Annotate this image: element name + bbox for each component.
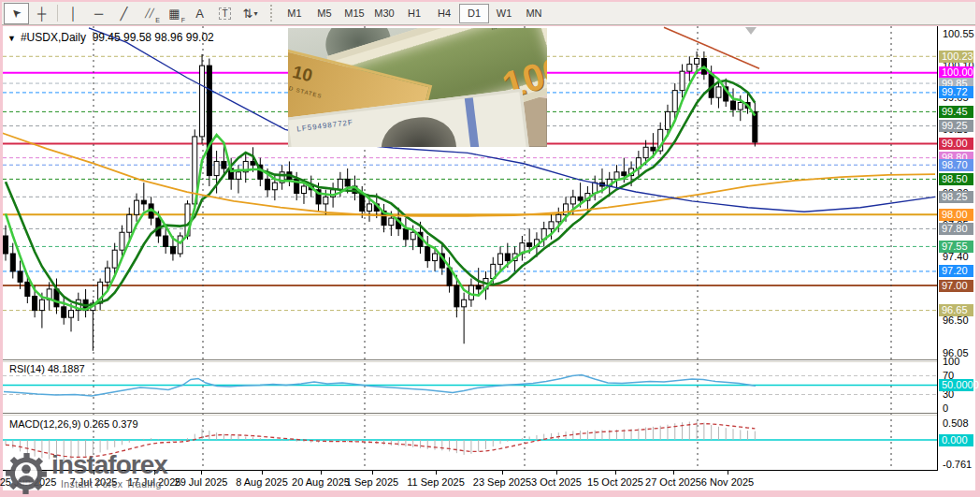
price-badge: 99.00 [939, 138, 973, 150]
tf-m30-button[interactable]: M30 [369, 4, 399, 23]
date-tick [502, 471, 503, 475]
tf-d1-button[interactable]: D1 [459, 4, 489, 23]
security-ribbon [465, 97, 483, 147]
tool-equidistant-channel-icon[interactable]: ╱╱E [137, 3, 162, 24]
tool-fibonacci-retracement-icon[interactable]: ▦F [162, 3, 187, 24]
price-badge: 98.70 [939, 159, 973, 171]
price-badge: 97.00 [939, 280, 973, 292]
price-badge: 97.80 [939, 223, 973, 235]
date-label: 3 Oct 2025 [531, 476, 582, 488]
tool-text-icon[interactable]: A [187, 3, 212, 24]
tool-arrows-icon[interactable]: ⇅▾ [238, 3, 263, 24]
date-label: 27 Oct 2025 [645, 476, 701, 488]
ohlc-values: 99.45 99.58 98.96 99.02 [93, 31, 214, 44]
date-tick [321, 471, 322, 475]
drawing-toolbar: ➤┼│─╱╱╱E▦FAT⇅▾ [4, 3, 263, 24]
tf-mn-button[interactable]: MN [519, 4, 549, 23]
price-label: 100.55 [943, 28, 974, 40]
tf-m5-button[interactable]: M5 [310, 4, 339, 23]
price-label: 97.40 [943, 251, 969, 263]
tf-h1-button[interactable]: H1 [399, 4, 429, 23]
chart-title: ▼#USDX,Daily 99.45 99.58 98.96 99.02 [7, 31, 214, 44]
date-tick [201, 471, 202, 475]
date-label: 23 Sep 2025 [473, 476, 531, 488]
date-label: 11 Sep 2025 [407, 476, 465, 488]
price-label: -0.761 [943, 459, 972, 471]
rsi-label: RSI(14) 48.1887 [9, 363, 85, 374]
bill-serial-number: LF59498772F [296, 118, 353, 133]
price-badge: 99.25 [939, 120, 973, 132]
date-tick [262, 471, 263, 475]
macd-label: MACD(12,26,9) 0.265 0.379 [9, 418, 138, 430]
tf-m15-button[interactable]: M15 [339, 4, 369, 23]
instaforex-name: instaforex [51, 452, 167, 477]
price-badge: 99.72 [939, 86, 973, 98]
price-badge: 97.55 [939, 241, 973, 253]
price-label: 96.50 [943, 314, 969, 327]
tool-horizontal-line-icon[interactable]: ─ [86, 3, 111, 24]
price-badge: 98.00 [939, 209, 973, 221]
tf-m1-button[interactable]: M1 [280, 4, 310, 23]
price-axis[interactable]: 100.55100.1099.6599.2098.7598.3097.8597.… [938, 26, 975, 471]
date-label: 29 Jul 2025 [175, 476, 228, 488]
date-label: 1 Sep 2025 [346, 476, 398, 488]
tool-cursor-icon[interactable]: ➤ [4, 3, 29, 24]
price-badge: 99.45 [939, 106, 973, 118]
symbol-label: #USDX,Daily [21, 31, 86, 44]
toolbar-separator [57, 5, 58, 22]
bill-10-numeral: 10 [291, 62, 315, 86]
price-label: 0.508 [943, 417, 969, 430]
price-badge: 100.23 [939, 51, 973, 63]
date-label: 15 Oct 2025 [587, 476, 643, 488]
toolbar: ➤┼│─╱╱╱E▦FAT⇅▾ M1M5M15M30H1H4D1W1MN [2, 2, 975, 25]
price-badge: 50.0000 [939, 379, 973, 391]
price-label: 100 [943, 356, 959, 368]
price-badge: 97.20 [939, 265, 973, 277]
timeframe-toolbar: M1M5M15M30H1H4D1W1MN [280, 4, 549, 23]
price-label: 0 [943, 402, 948, 415]
date-tick [436, 471, 437, 475]
tf-h4-button[interactable]: H4 [429, 4, 459, 23]
tool-text-label-icon[interactable]: T [212, 3, 238, 24]
date-label: 8 Aug 2025 [236, 476, 288, 488]
tf-w1-button[interactable]: W1 [489, 4, 519, 23]
date-tick [615, 471, 616, 475]
price-badge: 96.65 [939, 304, 973, 316]
franklin-portrait-2 [378, 113, 460, 147]
date-tick [556, 471, 557, 475]
toolbar-grip-handle[interactable] [270, 5, 275, 22]
instaforex-logo-icon [5, 452, 48, 495]
price-badge: 98.50 [939, 173, 973, 185]
date-label: 20 Aug 2025 [292, 476, 350, 488]
mt4-window: ➤┼│─╱╱╱E▦FAT⇅▾ M1M5M15M30H1H4D1W1MN ▼#US… [0, 0, 980, 497]
date-tick [728, 471, 728, 475]
price-badge: 0.000 [939, 434, 973, 446]
instaforex-watermark: instaforex Instant Forex Trading [5, 452, 167, 495]
tool-crosshair-icon[interactable]: ┼ [29, 3, 54, 24]
chart-ohlc-toggle-icon[interactable]: ▼ [7, 34, 16, 43]
tool-trendline-icon[interactable]: ╱ [111, 3, 137, 24]
price-badge: 98.25 [939, 191, 973, 203]
dollar-bills-photo: IN GOD WE TRUST 100 10 D STATES LF594987… [288, 28, 547, 147]
date-label: 6 Nov 2025 [701, 476, 754, 488]
date-tick [372, 471, 373, 475]
date-tick [673, 471, 674, 475]
instaforex-tagline: Instant Forex Trading [51, 478, 167, 490]
tool-vertical-line-icon[interactable]: │ [61, 3, 86, 24]
bill-states-text: D STATES [288, 85, 323, 99]
